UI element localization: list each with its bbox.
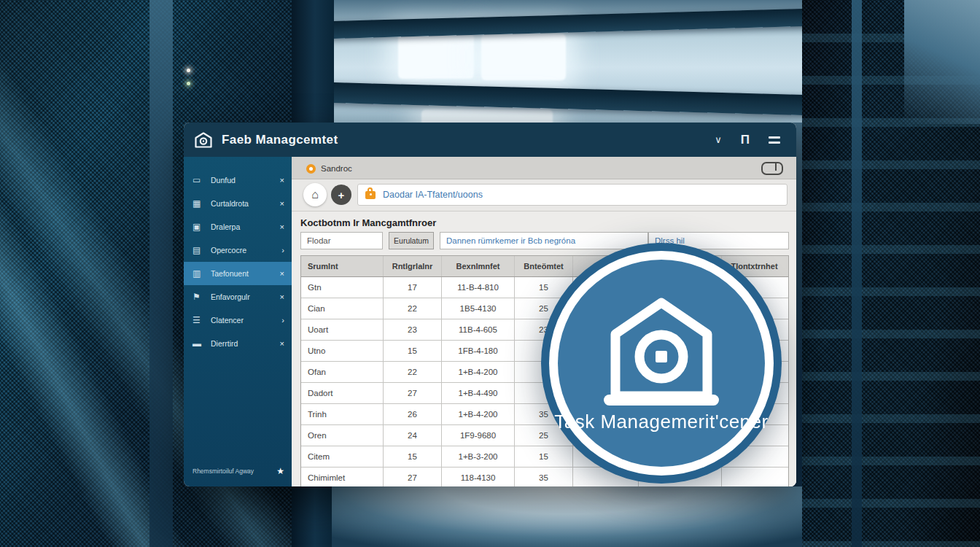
ceiling-corner-panel	[904, 0, 980, 124]
sidebar-item[interactable]: ▬Dierrtird×	[184, 332, 292, 355]
rack-led-white	[187, 69, 190, 72]
navigate-cross-icon: +	[338, 189, 345, 201]
window-title: Faeb Managcemtet	[222, 133, 338, 147]
table-cell: Dadort	[301, 383, 384, 403]
sidebar-item-label: Opercocre	[211, 246, 279, 255]
document-icon: ▤	[192, 245, 204, 255]
table-cell: Ofan	[301, 362, 384, 382]
sidebar-item[interactable]: ▥Taefonuent×	[184, 262, 292, 285]
corridor-floor	[332, 486, 802, 547]
table-cell: 1+B-4-200	[442, 362, 515, 382]
table-cell: 22	[384, 362, 442, 382]
sidebar-item[interactable]: ▤Opercocre›	[184, 238, 292, 262]
table-cell: 118-4130	[442, 468, 515, 486]
keyword-input[interactable]: Flodar	[300, 232, 383, 249]
home-icon: ⌂	[311, 188, 319, 201]
table-header-cell[interactable]: Srumlnt	[301, 256, 384, 276]
bookmark-icon: ⚑	[192, 292, 204, 302]
table-cell: 1+B-4-200	[442, 404, 515, 424]
chevron-right-icon[interactable]: ›	[281, 316, 284, 325]
table-cell: Utno	[301, 341, 384, 361]
table-cell: 27	[384, 468, 442, 486]
home-button[interactable]: ⌂	[303, 183, 327, 206]
table-cell: 15	[384, 446, 442, 467]
table-cell: 26	[384, 404, 442, 424]
sidebar-footer-item[interactable]: Rhemsmirtoiluf Agway ★	[184, 462, 292, 481]
table-cell: 1B5-4130	[442, 298, 515, 319]
table-cell: 24	[384, 425, 442, 446]
monitor-icon: ▭	[192, 175, 204, 185]
badge-shield-icon	[540, 241, 783, 485]
sidebar-item[interactable]: ⚑Enfavorgulr×	[184, 285, 292, 309]
card-icon: ▬	[192, 338, 204, 349]
table-cell: 1FB-4-180	[442, 341, 515, 361]
sidebar-item[interactable]: ▦Curtaldrota×	[184, 192, 292, 215]
sidebar-list: ▭Dunfud×▦Curtaldrota×▣Dralerpa×▤Opercocr…	[184, 168, 292, 355]
table-cell: Cian	[301, 298, 384, 319]
rack-door-edge	[149, 0, 173, 547]
navigation-bar: ⌂ + Daodar IA-Tfatent/uoons	[292, 179, 796, 212]
grid-icon: ▦	[192, 198, 204, 209]
list-icon: ☰	[192, 315, 204, 325]
table-cell: 1+B-3-200	[442, 446, 515, 467]
sidebar-item-label: Dralerpa	[211, 222, 277, 231]
lock-icon	[365, 191, 376, 199]
toggle-icon[interactable]	[761, 162, 783, 175]
close-icon[interactable]: ×	[280, 222, 284, 231]
close-icon[interactable]: ×	[280, 339, 284, 348]
title-bar: Faeb Managcemtet ∨ Π	[184, 123, 796, 157]
tab-status-icon	[306, 164, 316, 174]
app-logo-icon	[194, 131, 213, 149]
tab-sandbox[interactable]: Sandroc	[299, 160, 359, 176]
ceiling-light	[421, 109, 553, 123]
sidebar-item[interactable]: ▭Dunfud×	[184, 168, 292, 192]
chevron-down-icon[interactable]: ∨	[715, 134, 722, 145]
table-cell: 11B-4-605	[442, 319, 515, 340]
star-icon[interactable]: ★	[276, 466, 284, 476]
table-cell: Citem	[301, 446, 384, 467]
restore-window-icon[interactable]: Π	[741, 133, 750, 147]
address-text: Daodar IA-Tfatent/uoons	[383, 190, 483, 200]
table-cell: 1+B-4-490	[442, 383, 515, 403]
sidebar-item[interactable]: ☰Clatencer›	[184, 309, 292, 332]
briefcase-icon: ▣	[192, 222, 204, 232]
sidebar-item-label: Dunfud	[211, 176, 277, 185]
close-icon[interactable]: ×	[280, 269, 284, 278]
sidebar-item-label: Clatencer	[211, 316, 279, 325]
navigate-button[interactable]: +	[331, 185, 351, 205]
table-cell: 11-B-4-810	[442, 277, 515, 298]
table-cell: Chimimlet	[301, 468, 384, 486]
sidebar-footer-label: Rhemsmirtoiluf Agway	[192, 468, 276, 475]
ceiling-light	[481, 34, 566, 80]
table-cell: 23	[384, 319, 442, 340]
table-header-cell[interactable]: Bexnlmnfet	[442, 256, 515, 276]
building-icon: ▥	[192, 268, 204, 279]
close-icon[interactable]: ×	[280, 292, 284, 301]
tab-label: Sandroc	[321, 164, 352, 173]
section-title: Koctbotnm Ir Mancgamtfnroer	[300, 217, 436, 228]
rack-rail	[852, 0, 862, 547]
search-button[interactable]: Eurulatum	[389, 232, 434, 249]
ceiling-beam	[334, 8, 817, 39]
close-icon[interactable]: ×	[280, 176, 284, 185]
sidebar-item[interactable]: ▣Dralerpa×	[184, 215, 292, 238]
rack-led-green	[187, 82, 190, 85]
table-header-cell[interactable]: Rntlgrlalnr	[384, 256, 442, 276]
badge-label: Task Managemerit'cener	[540, 411, 783, 433]
close-icon[interactable]: ×	[280, 199, 284, 208]
table-cell: Oren	[301, 425, 384, 446]
tab-bar: Sandroc	[292, 157, 796, 179]
sidebar-item-label: Enfavorgulr	[211, 292, 277, 301]
chevron-right-icon[interactable]: ›	[281, 246, 284, 255]
menu-icon[interactable]	[769, 136, 780, 144]
sidebar-item-label: Taefonuent	[211, 269, 277, 278]
corridor-ceiling	[334, 0, 817, 123]
table-cell: 15	[384, 341, 442, 361]
ceiling-light	[398, 34, 474, 79]
table-cell: 22	[384, 298, 442, 319]
table-cell: 1F9-9680	[442, 425, 515, 446]
table-cell: 17	[384, 277, 442, 298]
task-management-badge: Task Managemerit'cener	[540, 241, 783, 485]
address-bar[interactable]: Daodar IA-Tfatent/uoons	[357, 184, 788, 206]
table-cell: Gtn	[301, 277, 384, 298]
